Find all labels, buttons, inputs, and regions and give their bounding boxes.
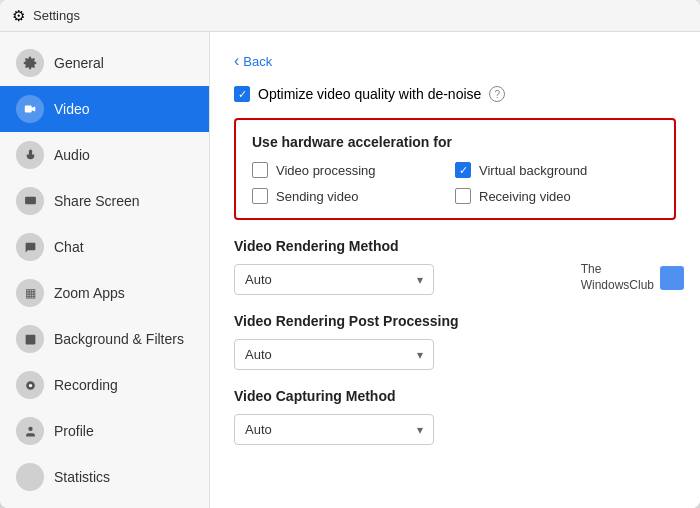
sidebar-label-general: General bbox=[54, 55, 104, 71]
main-content: Back Optimize video quality with de-nois… bbox=[210, 32, 700, 508]
back-button[interactable]: Back bbox=[234, 52, 676, 70]
watermark-icon bbox=[660, 266, 684, 290]
capturing-method-dropdown[interactable]: Auto ▾ bbox=[234, 414, 434, 445]
titlebar-title: Settings bbox=[33, 8, 80, 23]
sidebar-label-recording: Recording bbox=[54, 377, 118, 393]
rendering-post-section: Video Rendering Post Processing Auto ▾ bbox=[234, 313, 676, 370]
video-icon bbox=[16, 95, 44, 123]
profile-icon bbox=[16, 417, 44, 445]
hw-label-receiving-video: Receiving video bbox=[479, 189, 571, 204]
watermark-text: The WindowsClub bbox=[581, 262, 654, 293]
hw-label-virtual-background: Virtual background bbox=[479, 163, 587, 178]
sidebar-label-audio: Audio bbox=[54, 147, 90, 163]
rendering-post-title: Video Rendering Post Processing bbox=[234, 313, 676, 329]
sidebar-item-zoom-apps[interactable]: ▦ Zoom Apps bbox=[0, 270, 209, 316]
general-icon bbox=[16, 49, 44, 77]
sidebar-label-background-filters: Background & Filters bbox=[54, 331, 184, 347]
chevron-down-icon-3: ▾ bbox=[417, 423, 423, 437]
settings-window: ⚙ Settings General Video bbox=[0, 0, 700, 508]
hw-option-virtual-background: Virtual background bbox=[455, 162, 658, 178]
sidebar-item-video[interactable]: Video bbox=[0, 86, 209, 132]
hw-checkbox-virtual-background[interactable] bbox=[455, 162, 471, 178]
chat-icon bbox=[16, 233, 44, 261]
hw-accel-box: Use hardware acceleration for Video proc… bbox=[234, 118, 676, 220]
capturing-method-section: Video Capturing Method Auto ▾ bbox=[234, 388, 676, 445]
rendering-post-value: Auto bbox=[245, 347, 272, 362]
sidebar-label-video: Video bbox=[54, 101, 90, 117]
sidebar: General Video Audio Share bbox=[0, 32, 210, 508]
hw-accel-title: Use hardware acceleration for bbox=[252, 134, 658, 150]
titlebar-icon: ⚙ bbox=[12, 7, 25, 25]
sidebar-item-statistics[interactable]: Statistics bbox=[0, 454, 209, 500]
sidebar-item-profile[interactable]: Profile bbox=[0, 408, 209, 454]
zoom-apps-icon: ▦ bbox=[16, 279, 44, 307]
sidebar-label-zoom-apps: Zoom Apps bbox=[54, 285, 125, 301]
rendering-method-value: Auto bbox=[245, 272, 272, 287]
sidebar-item-share-screen[interactable]: Share Screen bbox=[0, 178, 209, 224]
hw-option-receiving-video: Receiving video bbox=[455, 188, 658, 204]
svg-rect-0 bbox=[25, 196, 36, 204]
hw-label-sending-video: Sending video bbox=[276, 189, 358, 204]
statistics-icon bbox=[16, 463, 44, 491]
optimize-option-row: Optimize video quality with de-noise ? bbox=[234, 86, 676, 102]
info-icon[interactable]: ? bbox=[489, 86, 505, 102]
capturing-method-title: Video Capturing Method bbox=[234, 388, 676, 404]
background-filters-icon bbox=[16, 325, 44, 353]
hw-option-sending-video: Sending video bbox=[252, 188, 455, 204]
optimize-label: Optimize video quality with de-noise bbox=[258, 86, 481, 102]
capturing-method-value: Auto bbox=[245, 422, 272, 437]
rendering-post-dropdown[interactable]: Auto ▾ bbox=[234, 339, 434, 370]
sidebar-item-keyboard-shortcuts[interactable]: ⌨ Keyboard Shortcuts bbox=[0, 500, 209, 508]
hw-accel-grid: Video processing Virtual background Send… bbox=[252, 162, 658, 204]
svg-point-2 bbox=[27, 336, 29, 338]
content-area: General Video Audio Share bbox=[0, 32, 700, 508]
chevron-down-icon-2: ▾ bbox=[417, 348, 423, 362]
hw-option-video-processing: Video processing bbox=[252, 162, 455, 178]
sidebar-item-audio[interactable]: Audio bbox=[0, 132, 209, 178]
sidebar-item-background-filters[interactable]: Background & Filters bbox=[0, 316, 209, 362]
hw-checkbox-receiving-video[interactable] bbox=[455, 188, 471, 204]
watermark: The WindowsClub bbox=[581, 262, 684, 293]
share-screen-icon bbox=[16, 187, 44, 215]
sidebar-label-statistics: Statistics bbox=[54, 469, 110, 485]
sidebar-label-share-screen: Share Screen bbox=[54, 193, 140, 209]
rendering-method-dropdown[interactable]: Auto ▾ bbox=[234, 264, 434, 295]
sidebar-item-chat[interactable]: Chat bbox=[0, 224, 209, 270]
back-label: Back bbox=[243, 54, 272, 69]
sidebar-label-profile: Profile bbox=[54, 423, 94, 439]
hw-checkbox-sending-video[interactable] bbox=[252, 188, 268, 204]
svg-point-5 bbox=[28, 426, 32, 430]
svg-point-4 bbox=[28, 383, 31, 386]
sidebar-item-general[interactable]: General bbox=[0, 40, 209, 86]
hw-checkbox-video-processing[interactable] bbox=[252, 162, 268, 178]
hw-label-video-processing: Video processing bbox=[276, 163, 376, 178]
chevron-down-icon: ▾ bbox=[417, 273, 423, 287]
sidebar-item-recording[interactable]: Recording bbox=[0, 362, 209, 408]
optimize-checkbox[interactable] bbox=[234, 86, 250, 102]
rendering-method-title: Video Rendering Method bbox=[234, 238, 676, 254]
audio-icon bbox=[16, 141, 44, 169]
titlebar: ⚙ Settings bbox=[0, 0, 700, 32]
sidebar-label-chat: Chat bbox=[54, 239, 84, 255]
recording-icon bbox=[16, 371, 44, 399]
